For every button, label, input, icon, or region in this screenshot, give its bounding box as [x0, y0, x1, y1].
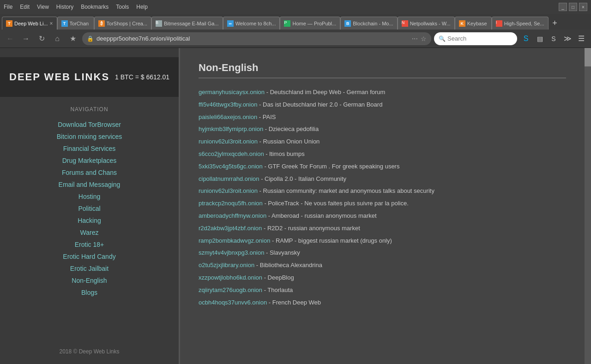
tab-4-label: Bitmessage E-Mail Ga...	[164, 21, 219, 26]
menu-file[interactable]: File	[4, 4, 12, 10]
onion-link-10[interactable]: amberoadychffmyw.onion	[199, 212, 266, 219]
tab-5-label: Welcome to 8ch...	[235, 21, 276, 26]
menu-edit[interactable]: Edit	[20, 4, 30, 10]
tab-2-label: TorChan	[70, 21, 90, 26]
onion-link-12[interactable]: ramp2bombkadwvgz.onion	[199, 237, 270, 244]
menu-bookmarks[interactable]: Bookmarks	[81, 4, 109, 10]
tab-5[interactable]: ∞ Welcome to 8ch...	[223, 17, 280, 30]
link-desc-7: - Cipolla 2.0 - Italian Community	[259, 175, 347, 182]
content-area: Non-English germanyhusicaysx.onion - Deu…	[180, 48, 585, 364]
tab-1[interactable]: T Deep Web Li... ×	[2, 17, 57, 30]
new-tab-button[interactable]: +	[549, 17, 561, 30]
tab-7-favicon: B	[344, 20, 351, 27]
search-bar[interactable]: 🔍	[434, 32, 517, 45]
link-item: ramp2bombkadwvgz.onion - RAMP - biggest …	[199, 236, 566, 246]
nav-financial-services[interactable]: Financial Services	[63, 144, 116, 153]
tab-2[interactable]: T TorChan	[57, 17, 94, 30]
navigation-links: Download TorBrowser Bitcion mixing servi…	[0, 120, 179, 297]
back-button[interactable]: ←	[4, 32, 17, 45]
nav-bitcoin-mixing[interactable]: Bitcion mixing services	[57, 132, 122, 141]
tab-6[interactable]: P Home — ProPubl...	[280, 17, 340, 30]
nav-political[interactable]: Political	[78, 204, 100, 213]
nav-warez[interactable]: Warez	[80, 228, 99, 237]
close-button[interactable]: ×	[579, 3, 587, 11]
menu-hamburger-button[interactable]: ☰	[575, 33, 587, 45]
onion-link-0[interactable]: germanyhusicaysx.onion	[199, 89, 265, 95]
tab-1-close[interactable]: ×	[50, 20, 53, 27]
forward-button[interactable]: →	[19, 32, 32, 45]
onion-link-1[interactable]: ffi5v46ttwgx3fby.onion	[199, 101, 257, 108]
onion-link-8[interactable]: runionv62ul3roit.onion	[199, 187, 258, 194]
tab-10[interactable]: ! High-Speed, Se...	[492, 17, 549, 30]
reload-button[interactable]: ↻	[35, 32, 48, 45]
reader-mode-button[interactable]: ▤	[534, 33, 546, 45]
nav-forums-chans[interactable]: Forums and Chans	[62, 168, 117, 177]
onion-link-14[interactable]: o2tu5zjxjlibrary.onion	[199, 262, 254, 269]
nav-email-messaging[interactable]: Email and Messaging	[59, 180, 121, 189]
address-more-button[interactable]: ···	[412, 35, 418, 43]
more-tools-button[interactable]: ≫	[561, 33, 573, 45]
tab-3[interactable]: ₿ TorShops | Crea...	[94, 17, 151, 30]
menu-help[interactable]: Help	[136, 4, 148, 10]
minimize-button[interactable]: _	[559, 3, 567, 11]
bookmark-button[interactable]: ★	[66, 32, 79, 45]
onion-link-16[interactable]: zqiirytam276uogb.onion	[199, 286, 262, 293]
tab-9-favicon: K	[459, 20, 465, 27]
sidebar-toggle-button[interactable]: S	[548, 33, 560, 45]
nav-erotic-hard-candy[interactable]: Erotic Hard Candy	[63, 252, 115, 261]
onion-link-13[interactable]: szmyt4v4vjbnxpg3.onion	[199, 249, 264, 256]
link-item: cipollatnumrrahd.onion - Cipolla 2.0 - I…	[199, 174, 566, 184]
skype-icon-button[interactable]: S	[520, 33, 532, 45]
link-item: s6cco2jylmxqcdeh.onion - ltimos bumps	[199, 149, 566, 159]
scroll-thumb[interactable]	[585, 48, 591, 66]
onion-link-5[interactable]: s6cco2jylmxqcdeh.onion	[199, 150, 264, 157]
tab-8-label: Netpollwaks - W...	[410, 21, 451, 26]
title-bar: File Edit View History Bookmarks Tools H…	[0, 0, 591, 14]
search-input[interactable]	[447, 35, 525, 42]
tab-4[interactable]: B Bitmessage E-Mail Ga...	[151, 17, 223, 30]
nav-non-english[interactable]: Non-English	[72, 276, 107, 285]
tab-8[interactable]: N Netpollwaks - W...	[398, 17, 455, 30]
onion-link-9[interactable]: ptrackcp2noqu5fh.onion	[199, 200, 263, 207]
nav-hosting[interactable]: Hosting	[78, 192, 100, 201]
tab-9[interactable]: K Keybase	[455, 17, 492, 30]
window-controls: _ □ ×	[559, 3, 587, 11]
menu-tools[interactable]: Tools	[116, 4, 129, 10]
nav-blogs[interactable]: Blogs	[81, 288, 97, 297]
tab-7[interactable]: B Blockchain - Mo...	[340, 17, 397, 30]
tab-2-favicon: T	[61, 20, 68, 27]
link-item: runionv62ul3roit.onion - Russian Onion U…	[199, 137, 566, 147]
onion-link-3[interactable]: hyjmkmb3lfymiprp.onion	[199, 125, 263, 132]
nav-hacking[interactable]: Hacking	[78, 216, 101, 225]
tab-10-label: High-Speed, Se...	[504, 21, 544, 26]
scrollbar[interactable]	[585, 48, 591, 364]
bookmark-star-icon[interactable]: ☆	[421, 35, 427, 42]
link-desc-0: - Deutschland im Deep Web - German forum	[265, 89, 385, 95]
onion-link-15[interactable]: xzzpowtjlobho6kd.onion	[199, 274, 262, 281]
onion-link-6[interactable]: 5xki35vc4g5ts6gc.onion	[199, 163, 263, 170]
tab-9-label: Keybase	[467, 21, 488, 26]
nav-drug-marketplaces[interactable]: Drug Marketplaces	[62, 156, 117, 165]
onion-link-17[interactable]: ocbh4hoqs37unvv6.onion	[199, 299, 267, 306]
onion-link-4[interactable]: runionv62ul3roit.onion	[199, 138, 258, 145]
security-lock-icon: 🔒	[87, 36, 94, 42]
maximize-button[interactable]: □	[569, 3, 577, 11]
link-desc-6: - GTF Greek Tor Forum . For greek speaki…	[263, 163, 400, 170]
home-button[interactable]: ⌂	[51, 32, 64, 45]
link-item: 5xki35vc4g5ts6gc.onion - GTF Greek Tor F…	[199, 162, 566, 172]
link-item: szmyt4v4vjbnxpg3.onion - Slavyansky	[199, 248, 566, 258]
link-item: zqiirytam276uogb.onion - Thorlauta	[199, 286, 566, 295]
address-bar[interactable]: 🔒 deepppr5ooheo7n6.onion/#political ··· …	[82, 32, 431, 45]
menu-view[interactable]: View	[37, 4, 49, 10]
menu-bar: File Edit View History Bookmarks Tools H…	[4, 4, 148, 10]
tab-6-favicon: P	[284, 20, 290, 27]
nav-erotic-18[interactable]: Erotic 18+	[75, 240, 104, 249]
nav-download-torbrowser[interactable]: Download TorBrowser	[58, 120, 121, 129]
nav-erotic-jailbait[interactable]: Erotic Jailbait	[70, 264, 109, 273]
menu-history[interactable]: History	[56, 4, 73, 10]
onion-link-2[interactable]: paisleli66axejos.onion	[199, 113, 257, 120]
search-icon: 🔍	[439, 36, 446, 42]
url-display: deepppr5ooheo7n6.onion/#political	[96, 35, 409, 42]
onion-link-7[interactable]: cipollatnumrrahd.onion	[199, 175, 259, 182]
onion-link-11[interactable]: r2d2akbw3jpt4zbf.onion	[199, 225, 262, 232]
